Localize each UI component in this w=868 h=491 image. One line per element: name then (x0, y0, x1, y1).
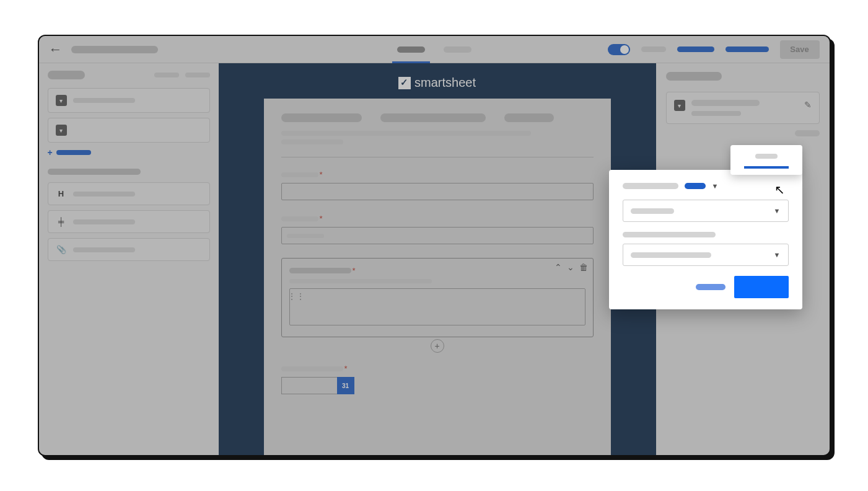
page-title-placeholder (71, 46, 158, 53)
smartsheet-logo: smartsheet (398, 76, 476, 90)
form-elements-title (48, 169, 141, 175)
dropdown-value-2 (631, 252, 711, 258)
logo-icon (398, 77, 411, 89)
top-bar: ← Save (39, 36, 830, 63)
delete-icon[interactable]: 🗑 (579, 262, 588, 272)
cancel-button[interactable] (696, 284, 726, 290)
divider-icon: ╪ (56, 217, 67, 226)
logic-config-popover: ▼ ▼ ▼ (609, 170, 802, 309)
condition-field-dropdown[interactable]: ▼ (623, 200, 789, 222)
element-attachment[interactable]: 📎 (48, 238, 210, 261)
move-down-icon[interactable]: ⌄ (567, 262, 574, 272)
element-heading[interactable]: H (48, 182, 210, 205)
element-divider[interactable]: ╪ (48, 210, 210, 233)
form-description-1 (281, 131, 531, 136)
app-frame: ← Save ▾ ▾ (38, 35, 831, 456)
field-1-label-row: * (281, 170, 594, 179)
left-panel-sub-2 (185, 73, 210, 77)
field-item-1-label (73, 98, 135, 103)
popover-tab-label (755, 154, 778, 159)
popover-tab[interactable] (730, 145, 802, 175)
left-panel-title (48, 71, 85, 79)
required-icon: * (320, 214, 323, 223)
field-2-label-row: * (281, 214, 594, 223)
field-2-label (281, 216, 318, 221)
field-2-value (287, 234, 324, 238)
selected-field-block[interactable]: ⌃ ⌄ 🗑 * ⋮⋮ (281, 258, 594, 337)
add-rule-row (666, 130, 820, 136)
required-icon: * (353, 266, 356, 275)
then-label (623, 232, 716, 237)
rule-line-1 (691, 100, 760, 106)
field-item-2[interactable]: ▾ (48, 118, 210, 143)
tab-build[interactable] (397, 46, 425, 53)
element-attachment-label (73, 247, 135, 252)
element-divider-label (73, 219, 135, 224)
date-input[interactable] (281, 377, 337, 394)
element-heading-label (73, 192, 135, 197)
center-tabs (397, 46, 471, 53)
header-link-1[interactable] (677, 46, 714, 52)
action-dropdown[interactable]: ▼ (623, 244, 789, 266)
dropdown-field-icon: ▾ (56, 95, 67, 106)
drag-handle-icon[interactable]: ⋮⋮ (287, 291, 305, 301)
condition-pill[interactable] (685, 183, 706, 189)
chevron-down-icon: ▼ (774, 251, 781, 259)
dropdown-field-icon: ▾ (56, 125, 67, 136)
logo-text: smartsheet (414, 76, 476, 90)
add-field-below-button[interactable]: + (431, 339, 444, 353)
add-rule-link[interactable] (795, 130, 820, 136)
toggle-label (641, 46, 666, 52)
field-4-label (281, 366, 343, 371)
move-up-icon[interactable]: ⌃ (555, 262, 562, 272)
add-field-text (56, 150, 91, 155)
when-label (623, 183, 678, 189)
field-3-textarea[interactable]: ⋮⋮ (289, 288, 585, 325)
field-1-input[interactable] (281, 183, 594, 200)
left-panel: ▾ ▾ + H ╪ 📎 (39, 63, 219, 455)
form-title-2 (380, 113, 486, 122)
form-title-1 (281, 113, 362, 122)
dropdown-value-1 (631, 208, 674, 214)
attachment-icon: 📎 (56, 245, 67, 254)
header-link-2[interactable] (726, 46, 769, 52)
right-panel-title (666, 72, 722, 81)
edit-icon[interactable]: ✎ (804, 100, 812, 110)
back-arrow-icon[interactable]: ← (49, 42, 63, 58)
field-tools: ⌃ ⌄ 🗑 (555, 262, 588, 272)
preview-toggle[interactable] (608, 44, 630, 55)
chevron-down-icon: ▼ (774, 207, 781, 215)
left-panel-sub-1 (154, 73, 179, 77)
topbar-right: Save (608, 40, 820, 59)
chevron-down-icon[interactable]: ▼ (712, 182, 719, 190)
rule-line-2 (691, 111, 741, 116)
apply-button[interactable] (734, 276, 789, 298)
form-divider (281, 157, 594, 157)
popover-tab-underline (744, 166, 789, 169)
plus-icon: + (48, 148, 53, 157)
add-field-link[interactable]: + (48, 148, 210, 157)
field-item-1[interactable]: ▾ (48, 88, 210, 113)
logic-rule-card[interactable]: ✎ ▾ (666, 92, 820, 124)
tab-settings[interactable] (444, 46, 471, 53)
heading-icon: H (56, 189, 67, 198)
field-1-label (281, 172, 318, 177)
required-icon: * (344, 364, 348, 373)
form-title-3 (504, 113, 554, 122)
date-input-group: 31 (281, 377, 594, 394)
save-button[interactable]: Save (780, 40, 820, 59)
cursor-icon: ↖ (774, 182, 785, 197)
field-4-label-row: * (281, 364, 594, 373)
dropdown-field-icon: ▾ (674, 100, 685, 111)
form-description-2 (281, 139, 344, 144)
required-icon: * (320, 170, 323, 179)
field-3-helptext (289, 279, 432, 283)
field-2-input[interactable] (281, 227, 594, 244)
calendar-icon[interactable]: 31 (337, 377, 354, 394)
form-page: * * ⌃ ⌄ 🗑 (264, 99, 611, 455)
form-preview-panel: smartsheet * * (219, 63, 656, 455)
field-3-label (289, 268, 351, 273)
logic-popover-group: ↖ ▼ ▼ ▼ (609, 145, 802, 309)
